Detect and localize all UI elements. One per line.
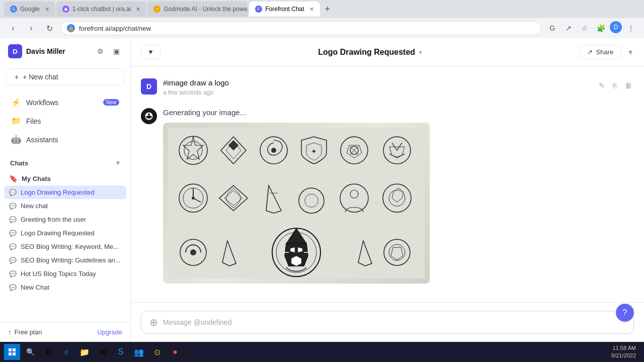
ai-message-content: Generating your image... [163, 108, 634, 284]
help-button[interactable]: ? [616, 304, 634, 322]
taskbar-teams-icon[interactable]: 👥 [131, 344, 147, 360]
chat-title: Logo Drawing Requested [318, 48, 415, 57]
new-chat-button[interactable]: + + New chat [6, 68, 124, 85]
layout-button[interactable]: ▣ [110, 45, 122, 57]
logo-sketches-canvas: ✦ [163, 123, 430, 284]
tab-favicon-google: G [10, 6, 17, 13]
tab-godmode[interactable]: ⚡ Godmode AI - Unlock the powe... ✕ [147, 2, 248, 17]
chat-icon-seo-2: 💬 [9, 257, 17, 264]
message-input[interactable] [163, 318, 625, 326]
svg-point-15 [192, 197, 195, 200]
taskbar-edge-icon[interactable]: e [58, 344, 74, 360]
sidebar-header: D Davis Miller ⚙ ▣ [0, 38, 130, 64]
extensions-button[interactable]: 🧩 [594, 21, 608, 35]
model-selector[interactable]: ▼ [141, 45, 160, 59]
attach-button[interactable]: ⊕ [149, 316, 158, 328]
chat-item-label-new-chat: New chat [21, 202, 48, 210]
chat-item-hot-blog[interactable]: 💬 Hot US Blog Topics Today [4, 267, 126, 281]
add-chat-button[interactable]: + [116, 158, 120, 167]
svg-rect-30 [9, 348, 12, 351]
taskbar: 🔍 ⧉ e 📁 ✉ S 👥 ⊙ ● 11:58 AM 9/21/2022 [0, 342, 644, 362]
settings-button[interactable]: ⚙ [94, 45, 106, 57]
collapse-button[interactable]: ▼ [627, 48, 634, 56]
tab-ora[interactable]: ◉ 1-click chatbot | ora.ai ✕ [56, 2, 147, 17]
user-message-text: #image draw a logo [163, 78, 591, 87]
my-chats-icon: 🔖 [9, 174, 18, 183]
tab-close-google[interactable]: ✕ [45, 6, 49, 13]
sidebar-item-assistants[interactable]: 🤖 Assistants [6, 131, 124, 148]
ai-message: Generating your image... [141, 108, 634, 284]
app-container: D Davis Miller ⚙ ▣ + + New chat ⚡ Workfl… [0, 38, 644, 342]
clock-date: 9/21/2022 [611, 352, 636, 359]
start-button[interactable] [4, 344, 20, 360]
chat-icon-logo-drawing-2: 💬 [9, 230, 17, 237]
refresh-button[interactable]: ↻ [42, 21, 56, 35]
taskbar-explorer-icon[interactable]: 📁 [76, 344, 93, 360]
bookmark-button[interactable]: ☆ [578, 21, 592, 35]
taskbar-search-button[interactable]: 🔍 [22, 344, 38, 360]
chat-item-new-chat[interactable]: 💬 New chat [4, 199, 126, 213]
tab-forefront[interactable]: F Forefront Chat ✕ [249, 2, 319, 17]
chat-item-greeting[interactable]: 💬 Greeting from the user [4, 213, 126, 226]
copy-message-button[interactable]: ⎘ [611, 80, 619, 90]
forward-button[interactable]: › [24, 21, 38, 35]
sidebar-item-label-assistants: Assistants [26, 136, 58, 144]
address-text: forefront.ai/app/chat/new [79, 25, 151, 32]
back-button[interactable]: ‹ [6, 21, 20, 35]
user-name: Davis Miller [26, 47, 65, 55]
sidebar: D Davis Miller ⚙ ▣ + + New chat ⚡ Workfl… [0, 38, 131, 342]
sidebar-footer: ↑ Free plan Upgrade [0, 322, 130, 342]
menu-button[interactable]: ⋮ [624, 21, 638, 35]
tab-close-ora[interactable]: ✕ [136, 6, 140, 13]
chat-item-seo-blog-2[interactable]: 💬 SEO Blog Writing: Guidelines an... [4, 253, 126, 267]
taskbar-app-icon[interactable]: ● [167, 344, 183, 360]
logo-sketches-svg: ✦ [168, 128, 425, 279]
taskbar-mail-icon[interactable]: ✉ [95, 344, 111, 360]
sidebar-item-files[interactable]: 📁 Files [6, 112, 124, 130]
share-button[interactable]: ↗ Share [580, 45, 621, 59]
new-tab-button[interactable]: + [321, 4, 335, 15]
tab-favicon-ora: ◉ [62, 6, 69, 13]
navigation-bar: ‹ › ↻ 🔒 forefront.ai/app/chat/new G ↗ ☆ … [0, 18, 644, 38]
chat-item-label-logo-drawing-2: Logo Drawing Requested [21, 229, 95, 237]
chat-icon-logo-drawing: 💬 [9, 189, 17, 196]
files-icon: 📁 [11, 116, 21, 126]
sidebar-item-workflows[interactable]: ⚡ Workflows New [6, 94, 124, 111]
chat-item-label-hot-blog: Hot US Blog Topics Today [21, 270, 96, 278]
taskbar-task-view[interactable]: ⧉ [40, 344, 56, 360]
tab-bar: G Google ✕ ◉ 1-click chatbot | ora.ai ✕ … [0, 0, 644, 18]
chat-icon-greeting: 💬 [9, 216, 17, 223]
address-bar[interactable]: 🔒 forefront.ai/app/chat/new [60, 21, 541, 35]
profile-button[interactable]: D [610, 21, 622, 33]
svg-point-4 [271, 148, 276, 153]
workflows-icon: ⚡ [11, 98, 21, 107]
chat-item-logo-drawing-2[interactable]: 💬 Logo Drawing Requested [4, 226, 126, 240]
chat-item-seo-blog-1[interactable]: 💬 SEO Blog Writing: Keyword, Me... [4, 240, 126, 253]
edit-message-button[interactable]: ✎ [597, 80, 607, 90]
chat-list: 🔖 My Chats 💬 Logo Drawing Requested 💬 Ne… [0, 171, 130, 322]
tab-label-ora: 1-click chatbot | ora.ai [72, 6, 131, 13]
taskbar-chrome-icon[interactable]: ⊙ [149, 344, 165, 360]
chat-item-new-chat-2[interactable]: 💬 New Chat [4, 281, 126, 294]
svg-point-23 [190, 249, 196, 255]
upgrade-button[interactable]: Upgrade [97, 328, 122, 336]
generated-image: ✦ [163, 123, 430, 284]
chat-item-logo-drawing[interactable]: 💬 Logo Drawing Requested [4, 186, 126, 199]
input-container: ⊕ [141, 311, 634, 334]
user-info: D Davis Miller [8, 44, 65, 58]
tab-google[interactable]: G Google ✕ [4, 2, 55, 17]
delete-message-button[interactable]: 🗑 [623, 80, 634, 90]
share-page-button[interactable]: ↗ [561, 21, 576, 35]
generating-text: Generating your image... [163, 108, 634, 117]
tab-close-forefront[interactable]: ✕ [309, 6, 314, 13]
clock-time: 11:58 AM [611, 344, 636, 352]
my-chats-group[interactable]: 🔖 My Chats [4, 171, 126, 186]
plan-info: ↑ Free plan [8, 328, 42, 336]
google-icon[interactable]: G [545, 21, 559, 35]
tab-label-forefront: Forefront Chat [265, 6, 304, 13]
tab-favicon-forefront: F [255, 6, 262, 13]
taskbar-skype-icon[interactable]: S [113, 344, 129, 360]
chat-item-label-new-chat-2: New Chat [21, 284, 49, 291]
chats-section-title: Chats [10, 159, 28, 167]
browser-actions: G ↗ ☆ 🧩 D ⋮ [545, 21, 638, 35]
